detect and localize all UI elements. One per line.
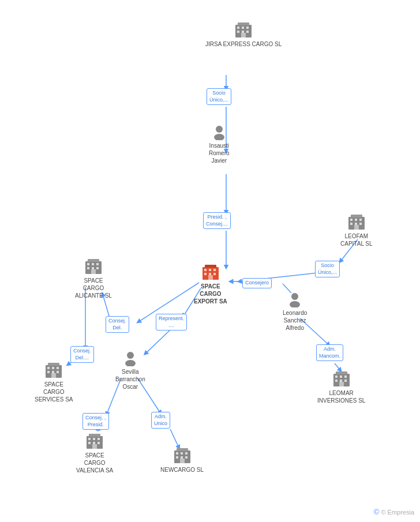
svg-rect-90 <box>176 452 178 455</box>
svg-rect-36 <box>209 273 211 275</box>
node-insausti: InsaustiRomeroJavier <box>209 124 230 164</box>
svg-rect-42 <box>355 219 357 221</box>
building-icon-valencia <box>85 431 104 450</box>
svg-rect-46 <box>359 223 362 225</box>
label-leonardo: LeonardoSanchezAlfredo <box>283 309 307 332</box>
svg-rect-66 <box>96 267 99 269</box>
label-leomar: LEOMARINVERSIONES SL <box>317 389 365 404</box>
svg-rect-92 <box>185 452 187 455</box>
svg-rect-28 <box>238 22 249 25</box>
svg-rect-32 <box>204 269 207 271</box>
svg-rect-63 <box>96 263 99 265</box>
watermark-text: © Empresia <box>381 509 414 516</box>
label-space-cargo-valencia: SPACECARGOVALENCIA SA <box>76 452 113 474</box>
node-newcargo: NEWCARGO SL <box>160 446 204 474</box>
svg-rect-35 <box>204 273 207 275</box>
watermark: © © Empresia <box>374 508 414 516</box>
svg-rect-33 <box>209 269 211 271</box>
connection-lines <box>0 0 420 522</box>
node-sevilla: SevillaBurranchonOscar <box>115 350 145 390</box>
svg-rect-34 <box>213 269 216 271</box>
node-space-cargo-export: SPACECARGOEXPORT SA <box>194 262 227 305</box>
svg-rect-24 <box>237 31 239 33</box>
building-icon-services <box>44 360 63 379</box>
svg-rect-74 <box>57 367 59 369</box>
svg-rect-41 <box>350 219 352 221</box>
svg-rect-62 <box>92 263 94 265</box>
svg-rect-72 <box>47 367 50 369</box>
svg-rect-55 <box>335 380 337 382</box>
node-leomar: LEOMARINVERSIONES SL <box>317 369 365 404</box>
label-leofam: LEOFAMCAPITAL SL <box>340 232 373 247</box>
svg-rect-37 <box>213 273 216 275</box>
building-icon-newcargo <box>173 446 192 464</box>
badge-consej-del-alicante: Consej.Del. <box>106 316 129 333</box>
node-space-cargo-alicante: SPACECARGOALICANTE SL <box>75 257 112 299</box>
svg-line-15 <box>145 330 170 354</box>
svg-line-19 <box>170 429 179 448</box>
svg-rect-67 <box>91 269 96 274</box>
svg-rect-65 <box>92 267 94 269</box>
svg-rect-85 <box>93 442 95 444</box>
node-leofam: LEOFAMCAPITAL SL <box>340 212 373 247</box>
svg-rect-64 <box>87 267 89 269</box>
node-jirsa: JIRSA EXPRESS CARGO SL <box>205 20 282 48</box>
svg-rect-23 <box>246 27 249 29</box>
svg-point-69 <box>127 352 134 359</box>
badge-socio-unico-leofam: SocioÚnico,... <box>315 261 340 277</box>
label-space-cargo-alicante: SPACECARGOALICANTE SL <box>75 277 112 299</box>
svg-rect-59 <box>336 371 347 374</box>
svg-rect-27 <box>241 33 246 37</box>
badge-consejero: Consejero <box>242 278 272 288</box>
label-space-cargo-export: SPACECARGOEXPORT SA <box>194 283 227 305</box>
svg-rect-88 <box>89 434 100 437</box>
svg-rect-53 <box>340 375 342 378</box>
svg-rect-52 <box>335 375 337 378</box>
watermark-copyright: © <box>374 508 380 516</box>
badge-socio-unico-jirsa: SocioÚnico,... <box>207 88 231 105</box>
badge-represent: Represent..... <box>156 314 187 331</box>
building-icon-export <box>201 262 220 281</box>
label-sevilla: SevillaBurranchonOscar <box>115 368 145 390</box>
person-icon-insausti <box>211 124 227 140</box>
svg-rect-38 <box>208 275 213 280</box>
svg-rect-86 <box>97 442 100 444</box>
svg-rect-58 <box>339 382 344 386</box>
svg-rect-81 <box>88 438 91 440</box>
svg-rect-91 <box>181 452 183 455</box>
svg-rect-78 <box>51 373 56 378</box>
building-icon-jirsa <box>234 20 253 39</box>
svg-rect-26 <box>246 31 249 33</box>
building-icon-leofam <box>347 212 366 231</box>
label-insausti: InsaustiRomeroJavier <box>209 142 230 164</box>
person-icon-leonardo <box>287 291 303 307</box>
building-icon-alicante <box>84 257 103 275</box>
building-icon-leomar <box>332 369 351 388</box>
svg-rect-45 <box>355 223 357 225</box>
node-leonardo: LeonardoSanchezAlfredo <box>283 291 307 332</box>
svg-rect-39 <box>205 265 216 268</box>
svg-rect-47 <box>354 225 359 230</box>
svg-rect-73 <box>52 367 54 369</box>
svg-rect-94 <box>181 456 183 459</box>
svg-rect-61 <box>87 263 89 265</box>
svg-rect-96 <box>180 459 185 463</box>
node-space-cargo-services: SPACECARGOSERVICES SA <box>35 360 73 403</box>
svg-rect-95 <box>185 456 187 459</box>
svg-rect-97 <box>177 448 188 451</box>
svg-rect-76 <box>52 371 54 373</box>
svg-point-30 <box>214 134 224 140</box>
svg-rect-43 <box>359 219 362 221</box>
svg-rect-84 <box>88 442 91 444</box>
badge-presid-consej: Presid. ,Consej.... <box>203 212 231 229</box>
svg-rect-56 <box>340 380 342 382</box>
diagram: JIRSA EXPRESS CARGO SL InsaustiRomeroJav… <box>0 0 420 522</box>
label-jirsa: JIRSA EXPRESS CARGO SL <box>205 40 282 48</box>
svg-point-50 <box>290 301 300 307</box>
svg-rect-77 <box>57 371 59 373</box>
node-space-cargo-valencia: SPACECARGOVALENCIA SA <box>76 431 113 474</box>
svg-rect-22 <box>242 27 244 29</box>
svg-rect-68 <box>88 259 99 262</box>
badge-consej-presid-sevilla: Consej. ,Presid. <box>82 413 109 430</box>
svg-point-29 <box>216 126 223 133</box>
